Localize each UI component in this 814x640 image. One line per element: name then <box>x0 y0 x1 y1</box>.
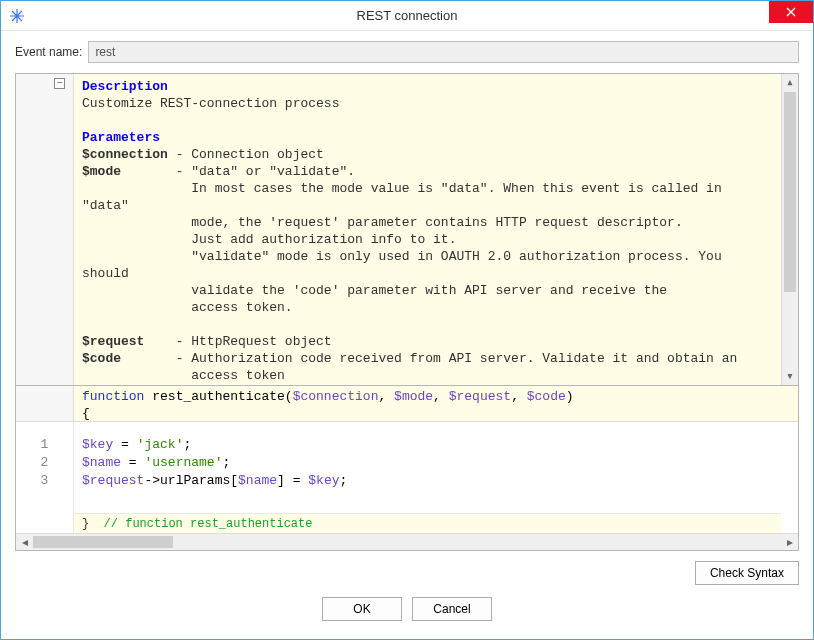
sig-text: function rest_authenticate($connection, … <box>74 386 798 421</box>
dialog-content: Event name: − Description Customize REST… <box>1 31 813 635</box>
doc-param-mode: $mode <box>82 164 121 179</box>
sig-close: ) <box>566 389 574 404</box>
cancel-button[interactable]: Cancel <box>412 597 492 621</box>
code-token: $key <box>308 473 339 488</box>
close-icon <box>786 7 796 17</box>
editor-viewport: − Description Customize REST-connection … <box>16 74 798 550</box>
event-name-row: Event name: <box>15 41 799 63</box>
doc-param-request: $request <box>82 334 144 349</box>
doc-param-code-desc: - Authorization code received from API s… <box>176 351 738 366</box>
end-comment: // function rest_authenticate <box>96 517 312 531</box>
ok-button[interactable]: OK <box>322 597 402 621</box>
sig-p3: $request <box>449 389 511 404</box>
doc-param-connection-desc: - Connection object <box>176 147 324 162</box>
horizontal-scrollbar[interactable]: ◂ ▸ <box>16 533 798 550</box>
doc-mode-l5: "validate" mode is only used in OAUTH 2.… <box>176 249 722 264</box>
doc-param-request-desc: - HttpRequest object <box>176 334 332 349</box>
code-token: ; <box>222 455 230 470</box>
code-token: $name <box>238 473 277 488</box>
code-token: 'jack' <box>137 437 184 452</box>
scroll-up-icon[interactable]: ▴ <box>782 74 798 91</box>
sig-p1: $connection <box>293 389 379 404</box>
window-title: REST connection <box>1 8 813 23</box>
doc-heading-description: Description <box>82 79 168 94</box>
function-signature-pane: function rest_authenticate($connection, … <box>16 386 798 422</box>
app-icon <box>9 8 25 24</box>
code-editor[interactable]: − Description Customize REST-connection … <box>15 73 799 551</box>
sig-p2: $mode <box>394 389 433 404</box>
sig-sep3: , <box>511 389 527 404</box>
h-scroll-thumb[interactable] <box>33 536 173 548</box>
line-number: 2 <box>16 454 73 472</box>
code-token: = <box>113 437 136 452</box>
fold-toggle-icon[interactable]: − <box>54 78 65 89</box>
scroll-down-icon[interactable]: ▾ <box>782 368 798 385</box>
code-token: 'username' <box>144 455 222 470</box>
scroll-thumb[interactable] <box>784 92 796 292</box>
doc-param-code: $code <box>82 351 121 366</box>
code-token: ; <box>183 437 191 452</box>
event-name-label: Event name: <box>15 45 82 59</box>
editor-toolbar: Check Syntax <box>15 561 799 585</box>
event-name-input[interactable] <box>88 41 799 63</box>
code-token: ; <box>340 473 348 488</box>
doc-text: Description Customize REST-connection pr… <box>74 74 781 385</box>
titlebar: REST connection <box>1 1 813 31</box>
doc-mode-l7: access token. <box>176 300 293 315</box>
sig-p4: $code <box>527 389 566 404</box>
check-syntax-button[interactable]: Check Syntax <box>695 561 799 585</box>
function-end-line: } // function rest_authenticate <box>74 513 781 533</box>
doc-gutter: − <box>16 74 74 385</box>
code-token: = <box>121 455 144 470</box>
keyword-function: function <box>82 389 144 404</box>
sig-gutter <box>16 386 74 421</box>
line-number-gutter: 123 <box>16 422 74 550</box>
doc-param-connection: $connection <box>82 147 168 162</box>
code-token: ->urlParams[ <box>144 473 238 488</box>
code-token: ] = <box>277 473 308 488</box>
code-token: $key <box>82 437 113 452</box>
close-brace: } <box>82 517 96 531</box>
doc-mode-l1: - "data" or "validate". <box>176 164 355 179</box>
doc-mode-l3: mode, the 'request' parameter contains H… <box>176 215 683 230</box>
doc-mode-l5b: should <box>82 266 129 281</box>
sig-sep2: , <box>433 389 449 404</box>
doc-comment-pane: − Description Customize REST-connection … <box>16 74 798 386</box>
scroll-left-icon[interactable]: ◂ <box>16 534 33 551</box>
line-number: 1 <box>16 436 73 454</box>
doc-mode-l4: Just add authorization info to it. <box>176 232 457 247</box>
doc-mode-l6: validate the 'code' parameter with API s… <box>176 283 667 298</box>
doc-mode-l2: In most cases the mode value is "data". … <box>176 181 722 196</box>
doc-param-code-l2: access token <box>176 368 285 383</box>
sig-sep1: , <box>378 389 394 404</box>
line-number: 3 <box>16 472 73 490</box>
dialog-buttons: OK Cancel <box>15 597 799 621</box>
sig-open-brace: { <box>82 406 90 421</box>
scroll-right-icon[interactable]: ▸ <box>781 534 798 551</box>
vertical-scrollbar[interactable]: ▴ ▾ <box>781 74 798 385</box>
doc-desc-line: Customize REST-connection process <box>82 96 339 111</box>
close-button[interactable] <box>769 1 813 23</box>
doc-mode-l2b: "data" <box>82 198 129 213</box>
doc-heading-params: Parameters <box>82 130 160 145</box>
code-token: $request <box>82 473 144 488</box>
code-token: $name <box>82 455 121 470</box>
function-name: rest_authenticate( <box>144 389 292 404</box>
h-scroll-track[interactable] <box>33 534 781 550</box>
